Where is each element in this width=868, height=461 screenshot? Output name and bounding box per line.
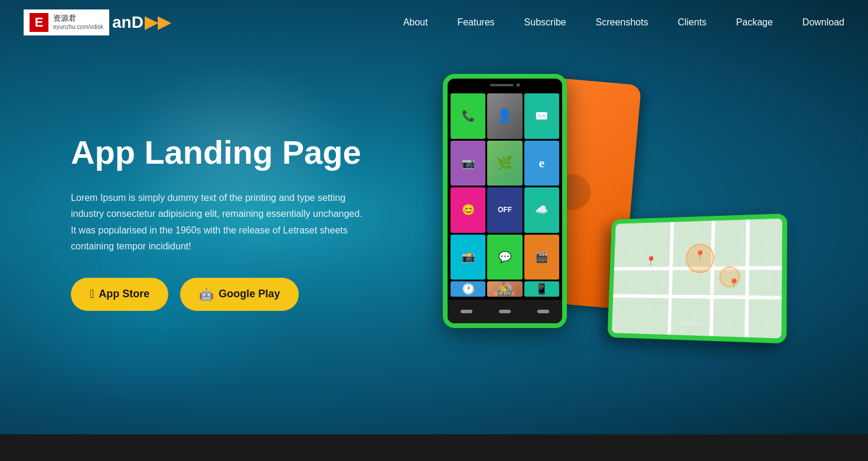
android-icon: 🤖: [199, 287, 214, 301]
apple-icon: : [90, 287, 94, 301]
tile-ie: e: [524, 141, 559, 186]
brand-name: anD▶▶: [112, 12, 171, 32]
hero-text: App Landing Page Lorem Ipsum is simply d…: [71, 132, 413, 311]
navbar: E 资源君 eyunzhu.com/vdisk anD▶▶ About Feat…: [0, 0, 868, 44]
tile-insta: 📸: [451, 235, 485, 280]
nokia-label1: NOKIA: [494, 291, 516, 297]
tile-vine: 🎬: [524, 235, 559, 280]
phone-flat-body: 📍 📍 📍 NOKIA: [608, 213, 788, 343]
phone-main: 📞 👤 ✉️ 📷 🌿 e 😊 OFF ☁️ 📸: [443, 74, 567, 328]
tile-cam: 📷: [451, 141, 485, 186]
tiles-grid: 📞 👤 ✉️ 📷 🌿 e 😊 OFF ☁️ 📸: [448, 79, 562, 300]
nav-subscribe[interactable]: Subscribe: [524, 17, 566, 27]
tile-cloud: ☁️: [524, 187, 559, 233]
nokia-label2: NOKIA: [682, 320, 704, 327]
nav-clients[interactable]: Clients: [678, 17, 707, 27]
hero-section: E 资源君 eyunzhu.com/vdisk anD▶▶ About Feat…: [0, 0, 868, 434]
nav-screenshots[interactable]: Screenshots: [596, 17, 648, 27]
logo-chinese: 资源君: [53, 14, 103, 24]
tile-phone: 📞: [451, 93, 485, 139]
tile-whatsapp: 💬: [487, 235, 522, 280]
nav-features[interactable]: Features: [457, 17, 494, 27]
map-road-v2: [710, 220, 716, 336]
home-btn: [499, 310, 511, 313]
map-road-v1: [667, 222, 674, 335]
tile-extra: 📱: [524, 281, 559, 297]
logo-box: E 资源君 eyunzhu.com/vdisk: [24, 9, 109, 35]
tile-photo1: 👤: [487, 93, 522, 139]
brand-arrow: ▶▶: [145, 12, 171, 32]
phone-flat: 📍 📍 📍 NOKIA: [608, 213, 788, 343]
phone-camera: [517, 83, 520, 87]
nav-package[interactable]: Package: [736, 17, 773, 27]
googleplay-button[interactable]: 🤖 Google Play: [180, 278, 299, 311]
hero-title: App Landing Page: [71, 132, 413, 172]
appstore-button[interactable]:  App Store: [71, 278, 168, 311]
nav-links: About Features Subscribe Screenshots Cli…: [403, 17, 844, 28]
tile-office: OFF: [487, 187, 522, 233]
hero-buttons:  App Store 🤖 Google Play: [71, 278, 413, 311]
googleplay-label: Google Play: [218, 288, 280, 300]
phone-main-screen: 📞 👤 ✉️ 📷 🌿 e 😊 OFF ☁️ 📸: [448, 79, 562, 323]
footer-bar: [0, 434, 868, 461]
hero-description: Lorem Ipsum is simply dummy text of the …: [71, 190, 366, 254]
tile-photo2: 🌿: [487, 141, 522, 186]
map-road-v3: [745, 219, 750, 337]
logo-area[interactable]: E 资源君 eyunzhu.com/vdisk anD▶▶: [24, 9, 171, 35]
tile-msg: ✉️: [524, 93, 559, 139]
phone-bottom-bar: [448, 300, 562, 323]
phone-speaker: [490, 84, 514, 86]
back-btn: [461, 310, 472, 313]
map-circle2: [719, 266, 740, 287]
map-pin3: 📍: [645, 255, 657, 267]
phone-top-bar: [490, 83, 520, 87]
phone-mockups: 📞 👤 ✉️ 📷 🌿 e 😊 OFF ☁️ 📸: [413, 68, 797, 363]
appstore-label: App Store: [99, 288, 149, 300]
nav-about[interactable]: About: [403, 17, 428, 27]
hero-content: App Landing Page Lorem Ipsum is simply d…: [0, 44, 868, 363]
logo-letter: E: [30, 13, 48, 32]
phone-main-body: 📞 👤 ✉️ 📷 🌿 e 😊 OFF ☁️ 📸: [443, 74, 567, 328]
tile-smiley: 😊: [451, 187, 485, 233]
map-road-h2: [613, 294, 782, 300]
logo-url: eyunzhu.com/vdisk: [53, 23, 103, 31]
search-btn: [537, 310, 549, 313]
nav-download[interactable]: Download: [802, 17, 844, 27]
tile-clock: 🕐: [451, 281, 485, 297]
logo-text: 资源君 eyunzhu.com/vdisk: [53, 14, 103, 31]
